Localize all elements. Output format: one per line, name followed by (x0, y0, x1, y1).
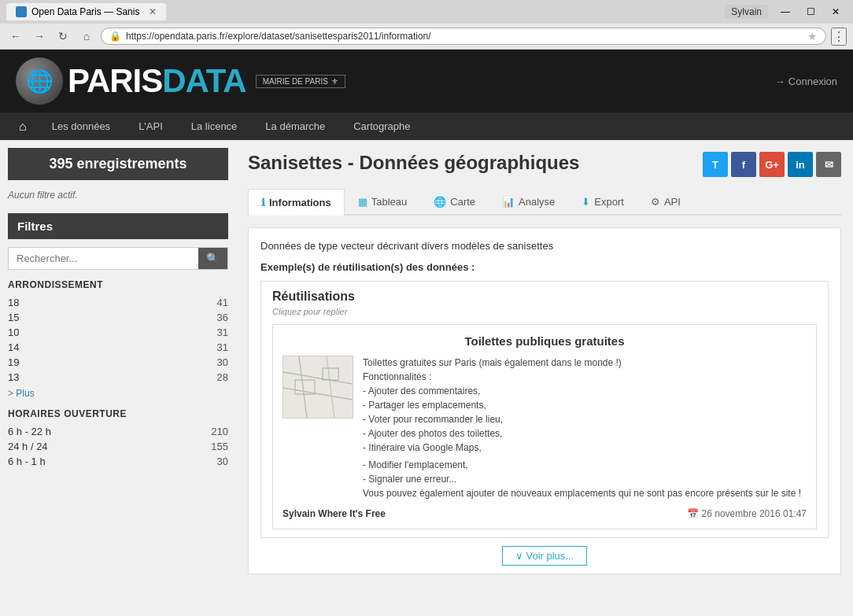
nav-item-les-donnees[interactable]: Les données (38, 113, 124, 140)
search-box[interactable]: 🔍 (8, 247, 228, 270)
tab-analyse[interactable]: 📊 Analyse (489, 189, 568, 214)
tab-export-label: Export (594, 196, 624, 208)
filter-count: 30 (217, 456, 228, 467)
records-badge: 395 enregistrements (8, 148, 228, 180)
list-item[interactable]: 13 28 (8, 370, 228, 385)
facebook-share-button[interactable]: f (731, 152, 756, 177)
logo-paris: PARIS (68, 62, 162, 100)
reuse-collapse-button[interactable]: Cliquez pour replier (272, 307, 817, 316)
mairie-label: MAIRIE DE PARIS (263, 77, 328, 86)
dataset-description: Données de type vecteur décrivant divers… (260, 240, 829, 252)
bookmark-star-icon[interactable]: ★ (807, 30, 818, 42)
tab-title: Open Data Paris — Sanis (31, 6, 139, 17)
search-input[interactable] (9, 248, 198, 269)
browser-chrome: Open Data Paris — Sanis ✕ Sylvain — ☐ ✕ … (0, 0, 853, 50)
reuse-footer: Sylvain Where It's Free 📅 26 novembre 20… (282, 508, 807, 519)
info-content: Données de type vecteur décrivant divers… (248, 227, 841, 574)
minimize-button[interactable]: — (774, 4, 796, 20)
list-item[interactable]: 6 h - 1 h 30 (8, 454, 228, 469)
refresh-button[interactable]: ↻ (54, 27, 72, 46)
calendar-icon: 📅 (687, 508, 699, 519)
tab-informations-label: Informations (269, 197, 331, 208)
maximize-button[interactable]: ☐ (799, 4, 822, 20)
records-count: 395 enregistrements (49, 156, 186, 172)
map-icon: 🌐 (434, 196, 446, 208)
url-input[interactable] (126, 31, 803, 42)
connexion-label: Connexion (788, 76, 837, 87)
voir-plus-section: ∨ Voir plus... (260, 550, 829, 562)
table-icon: ▦ (358, 196, 367, 208)
reuse-box: Réutilisations Cliquez pour replier Toil… (260, 281, 829, 538)
linkedin-share-button[interactable]: in (788, 152, 813, 177)
email-share-button[interactable]: ✉ (816, 152, 841, 177)
nav-item-cartographe[interactable]: Cartographe (339, 113, 424, 140)
close-button[interactable]: ✕ (825, 4, 847, 20)
main-layout: 395 enregistrements Aucun filtre actif. … (0, 140, 853, 586)
filter-count: 41 (217, 297, 228, 308)
window-controls: — ☐ ✕ (774, 4, 847, 20)
tab-api-label: API (664, 196, 681, 208)
tab-api[interactable]: ⚙ API (637, 189, 694, 214)
list-item[interactable]: 10 31 (8, 325, 228, 340)
filter-label: 18 (8, 297, 19, 308)
mairie-badge: MAIRIE DE PARIS ⚜ (256, 75, 345, 88)
twitter-share-button[interactable]: T (703, 152, 728, 177)
tab-carte[interactable]: 🌐 Carte (420, 189, 489, 214)
arrondissement-title: ARRONDISSEMENT (8, 279, 228, 290)
site-header: 🌐 PARIS DATA MAIRIE DE PARIS ⚜ → Connexi… (0, 50, 853, 113)
tab-tableau[interactable]: ▦ Tableau (345, 189, 421, 214)
mairie-icon: ⚜ (331, 77, 338, 86)
filter-label: 13 (8, 371, 19, 383)
nav-item-la-licence[interactable]: La licence (177, 113, 252, 140)
list-item[interactable]: 18 41 (8, 295, 228, 310)
sidebar: 395 enregistrements Aucun filtre actif. … (0, 140, 236, 586)
tab-informations[interactable]: ℹ Informations (248, 189, 345, 216)
filter-label: 19 (8, 356, 19, 368)
filter-count: 36 (217, 312, 228, 323)
new-tab-area (172, 2, 235, 22)
reuse-date: 📅 26 novembre 2016 01:47 (687, 508, 807, 519)
back-button[interactable]: ← (6, 27, 25, 46)
search-button[interactable]: 🔍 (198, 248, 227, 269)
content-area: Sanisettes - Données géographiques T f G… (236, 140, 853, 586)
reuse-thumbnail (282, 356, 353, 419)
reuse-author: Sylvain Where It's Free (282, 508, 386, 519)
filter-label: 24 h / 24 (8, 441, 48, 452)
filter-label: 6 h - 22 h (8, 426, 51, 437)
list-item[interactable]: 15 36 (8, 310, 228, 325)
list-item[interactable]: 6 h - 22 h 210 (8, 424, 228, 439)
arrondissement-more-link[interactable]: > Plus (8, 388, 228, 399)
svg-rect-0 (283, 356, 353, 418)
nav-item-lapi[interactable]: L'API (124, 113, 177, 140)
filters-header: Filtres (8, 213, 228, 239)
filter-label: 10 (8, 326, 19, 338)
forward-button[interactable]: → (30, 27, 49, 46)
site-nav: ⌂ Les données L'API La licence La démarc… (0, 113, 853, 140)
list-item[interactable]: 14 31 (8, 340, 228, 355)
info-icon: ℹ (261, 197, 265, 208)
list-item[interactable]: 24 h / 24 155 (8, 439, 228, 454)
dataset-title: Sanisettes - Données géographiques (248, 152, 579, 174)
connexion-button[interactable]: → Connexion (775, 76, 837, 87)
browser-menu-button[interactable]: ⋮ (831, 28, 847, 46)
thumbnail-image (283, 356, 353, 418)
reuse-date-text: 26 novembre 2016 01:47 (702, 508, 807, 519)
connexion-icon: → (775, 76, 785, 87)
tab-close-button[interactable]: ✕ (149, 6, 157, 17)
ssl-lock-icon: 🔒 (109, 31, 121, 42)
tab-export[interactable]: ⬇ Export (568, 189, 637, 214)
nav-home-button[interactable]: ⌂ (8, 113, 38, 140)
filter-count: 28 (217, 371, 228, 383)
examples-label: Exemple(s) de réutilisation(s) des donné… (260, 261, 829, 273)
googleplus-share-button[interactable]: G+ (759, 152, 785, 177)
browser-tab[interactable]: Open Data Paris — Sanis ✕ (6, 3, 166, 20)
home-button[interactable]: ⌂ (77, 27, 96, 46)
voir-plus-link[interactable]: ∨ Voir plus... (502, 546, 587, 566)
address-bar: ← → ↻ ⌂ 🔒 ★ ⋮ (0, 24, 853, 49)
list-item[interactable]: 19 30 (8, 355, 228, 370)
dataset-header: Sanisettes - Données géographiques T f G… (248, 152, 841, 177)
filter-count: 155 (211, 441, 228, 452)
user-label: Sylvain (725, 5, 768, 19)
url-bar[interactable]: 🔒 ★ (101, 28, 826, 45)
nav-item-la-demarche[interactable]: La démarche (251, 113, 339, 140)
